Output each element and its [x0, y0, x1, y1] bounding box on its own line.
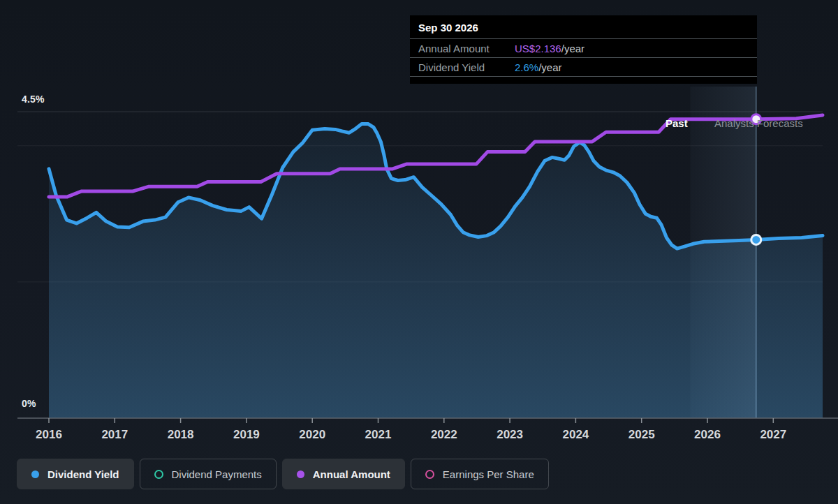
x-axis-label-2024: 2024	[562, 428, 589, 441]
x-axis-label-2026: 2026	[694, 428, 721, 441]
legend-label: Earnings Per Share	[443, 468, 534, 480]
annual-amount-marker-icon	[297, 470, 304, 478]
analysts-forecasts-label: Analysts Forecasts	[714, 117, 803, 130]
legend-label: Dividend Yield	[47, 468, 119, 480]
legend-label: Annual Amount	[313, 468, 390, 480]
tooltip-row-label: Annual Amount	[418, 43, 515, 54]
x-axis-label-2018: 2018	[168, 428, 194, 441]
x-axis-label-2027: 2027	[760, 428, 786, 441]
tooltip-row-annual-amount: Annual AmountUS$2.136/year	[410, 38, 757, 57]
forecast-highlight-band	[690, 87, 756, 418]
dividend-yield-marker-icon	[31, 470, 39, 478]
legend-toggle-earnings-per-share[interactable]: Earnings Per Share	[411, 459, 549, 489]
dividend-payments-marker-icon	[154, 470, 163, 479]
legend-label: Dividend Payments	[172, 468, 262, 480]
tooltip-row-suffix: /year	[561, 43, 585, 54]
tooltip-row-value: US$2.136	[515, 43, 561, 54]
legend-toggle-dividend-payments[interactable]: Dividend Payments	[140, 459, 277, 489]
legend-toggle-dividend-yield[interactable]: Dividend Yield	[17, 459, 134, 489]
chart-tooltip: Sep 30 2026 Annual AmountUS$2.136/yearDi…	[410, 15, 757, 84]
x-axis-label-2019: 2019	[233, 428, 260, 441]
tooltip-row-label: Dividend Yield	[418, 61, 515, 73]
earnings-per-share-marker-icon	[425, 470, 434, 479]
x-axis-label-2023: 2023	[497, 428, 523, 441]
x-axis-label-2016: 2016	[36, 428, 62, 441]
x-axis-label-2020: 2020	[299, 428, 325, 441]
dividend-yield-marker-dot	[751, 235, 761, 244]
tooltip-row-value: 2.6%	[515, 61, 538, 73]
dividend-chart-page: 2016201720182019202020212022202320242025…	[0, 0, 838, 504]
x-axis-label-2025: 2025	[628, 428, 655, 441]
legend-bar: Dividend YieldDividend PaymentsAnnual Am…	[17, 459, 549, 489]
x-axis-label-2022: 2022	[431, 428, 457, 441]
y-axis-label-bottom: 0%	[22, 398, 36, 409]
legend-toggle-annual-amount[interactable]: Annual Amount	[282, 459, 405, 489]
tooltip-row-dividend-yield: Dividend Yield2.6%/year	[410, 57, 757, 77]
x-axis-label-2017: 2017	[101, 428, 128, 441]
y-axis-label-top: 4.5%	[22, 94, 45, 105]
tooltip-row-suffix: /year	[538, 61, 561, 73]
past-label: Past	[666, 117, 688, 130]
tooltip-date: Sep 30 2026	[410, 15, 757, 38]
x-axis-label-2021: 2021	[365, 428, 392, 441]
